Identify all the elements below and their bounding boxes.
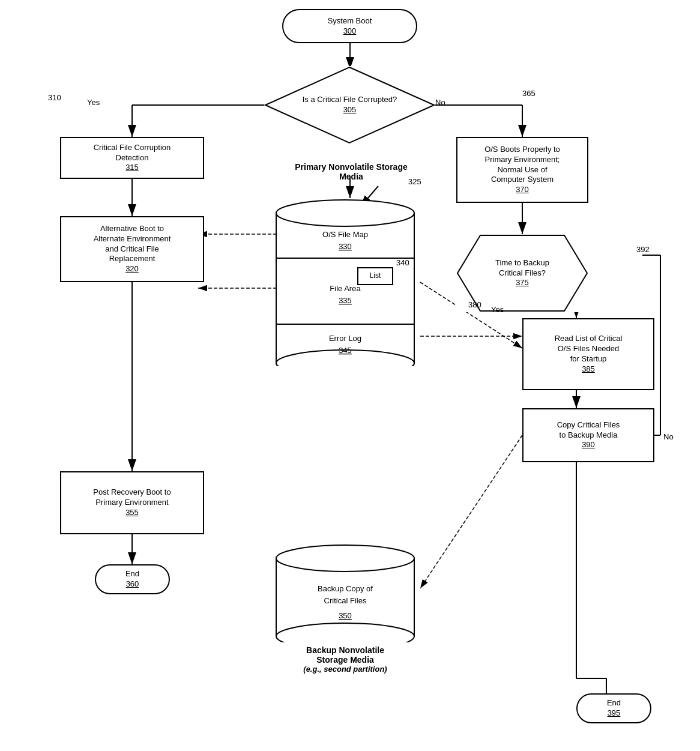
post-recovery-label: Post Recovery Boot toPrimary Environment <box>93 487 170 508</box>
system-boot-label: System Boot <box>328 16 372 26</box>
backup-storage-label: Backup NonvolatileStorage Media(e.g., se… <box>273 645 417 674</box>
critical-file-id: 305 <box>303 105 397 115</box>
read-list-label: Read List of CriticalO/S Files Neededfor… <box>555 334 623 364</box>
no-label: No <box>435 98 445 107</box>
time-backup-id: 375 <box>495 278 549 288</box>
svg-point-31 <box>276 200 414 226</box>
end-left-shape: End 360 <box>95 564 170 594</box>
svg-text:350: 350 <box>339 611 352 620</box>
end-right-label: End <box>607 698 621 708</box>
post-recovery-shape: Post Recovery Boot toPrimary Environment… <box>60 471 204 534</box>
system-boot-id: 300 <box>328 26 372 37</box>
critical-file-diamond: Is a Critical File Corrupted? 305 <box>264 66 435 144</box>
svg-point-43 <box>276 545 414 572</box>
label-392: 392 <box>636 245 650 254</box>
svg-text:330: 330 <box>339 242 352 251</box>
copy-critical-label: Copy Critical Filesto Backup Media <box>557 420 620 441</box>
label-310: 310 <box>48 93 61 102</box>
copy-critical-id: 390 <box>557 440 620 450</box>
label-380: 380 <box>468 300 481 309</box>
backup-cylinder: Backup Copy of Critical Files 350 <box>273 543 417 642</box>
post-recovery-id: 355 <box>93 508 170 518</box>
alt-boot-label: Alternative Boot toAlternate Environment… <box>94 224 171 265</box>
os-boots-label: O/S Boots Properly toPrimary Environment… <box>484 145 560 185</box>
primary-cylinder: O/S File Map 330 File Area 335 Error Log… <box>273 198 417 366</box>
label-325: 325 <box>408 177 421 186</box>
os-boots-shape: O/S Boots Properly toPrimary Environment… <box>456 137 588 203</box>
alt-boot-id: 320 <box>94 264 171 274</box>
critical-detection-shape: Critical File CorruptionDetection 315 <box>60 137 204 179</box>
list-box: List <box>357 267 393 285</box>
svg-line-22 <box>420 435 522 588</box>
critical-file-label: Is a Critical File Corrupted? <box>303 95 397 105</box>
svg-text:O/S File Map: O/S File Map <box>322 230 368 239</box>
alt-boot-shape: Alternative Boot toAlternate Environment… <box>60 216 204 282</box>
svg-text:Critical Files: Critical Files <box>324 596 367 605</box>
no-label-2: No <box>663 432 674 441</box>
label-340: 340 <box>396 258 409 267</box>
label-365: 365 <box>522 89 536 98</box>
svg-text:Error Log: Error Log <box>329 334 361 343</box>
flowchart-diagram: System Boot 300 Is a Critical File Corru… <box>0 0 700 751</box>
svg-text:335: 335 <box>339 296 352 305</box>
read-list-id: 385 <box>555 364 623 375</box>
end-left-label: End <box>125 569 139 579</box>
critical-detection-id: 315 <box>94 163 171 173</box>
system-boot-shape: System Boot 300 <box>282 9 417 43</box>
list-label: List <box>370 271 381 281</box>
svg-text:345: 345 <box>339 346 352 355</box>
read-list-shape: Read List of CriticalO/S Files Neededfor… <box>522 318 654 390</box>
yes-label: Yes <box>87 98 100 107</box>
os-boots-id: 370 <box>484 185 560 195</box>
svg-text:File Area: File Area <box>330 284 361 293</box>
end-left-id: 360 <box>125 579 139 590</box>
svg-text:Backup Copy of: Backup Copy of <box>318 584 373 593</box>
end-right-id: 395 <box>607 708 621 719</box>
primary-storage-label: Primary Nonvolatile Storage Media <box>288 162 414 181</box>
end-right-shape: End 395 <box>576 693 651 723</box>
critical-detection-label: Critical File CorruptionDetection <box>94 143 171 163</box>
time-backup-label: Time to BackupCritical Files? <box>495 258 549 279</box>
copy-critical-shape: Copy Critical Filesto Backup Media 390 <box>522 408 654 462</box>
yes-label-2: Yes <box>491 305 504 314</box>
